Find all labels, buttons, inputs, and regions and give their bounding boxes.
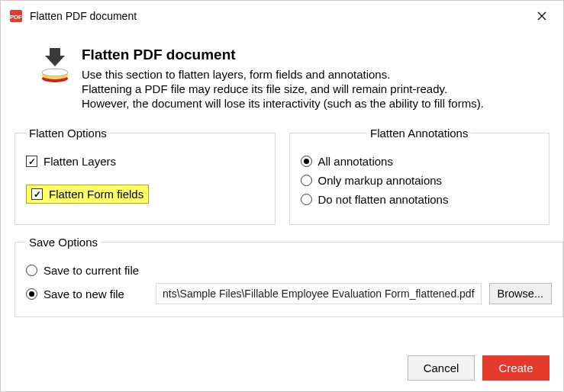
- flatten-icon: [39, 47, 71, 88]
- annotations-none-radio[interactable]: Do not flatten annotations: [301, 193, 539, 206]
- window-title: Flatten PDF document: [30, 10, 137, 22]
- flatten-layers-checkbox[interactable]: Flatten Layers: [26, 155, 264, 168]
- flatten-options-group: Flatten Options Flatten Layers Flatten F…: [15, 127, 276, 225]
- annotations-markup-radio[interactable]: Only markup annotaions: [301, 174, 539, 187]
- flatten-form-fields-checkbox[interactable]: Flatten Form fields: [26, 185, 149, 204]
- radio-icon: [301, 156, 312, 167]
- header-line1: Use this section to flatten layers, form…: [82, 68, 484, 81]
- radio-icon: [301, 175, 312, 186]
- annotations-markup-label: Only markup annotaions: [318, 174, 443, 187]
- save-current-radio[interactable]: Save to current file: [26, 264, 552, 277]
- close-button[interactable]: [528, 5, 556, 27]
- flatten-annotations-group: Flatten Annotations All annotations Only…: [289, 127, 550, 225]
- save-options-group: Save Options Save to current file Save t…: [15, 236, 563, 317]
- create-button[interactable]: Create: [482, 355, 549, 381]
- flatten-layers-label: Flatten Layers: [44, 155, 116, 168]
- flatten-form-fields-label: Flatten Form fields: [49, 188, 143, 201]
- header-line2: Flattening a PDF file may reduce its fil…: [82, 82, 484, 95]
- radio-icon: [26, 265, 37, 276]
- dialog-footer: Cancel Create: [408, 355, 549, 381]
- annotations-all-label: All annotations: [318, 155, 393, 168]
- save-current-label: Save to current file: [44, 264, 139, 277]
- svg-marker-2: [45, 48, 65, 66]
- header-line3: However, the document will lose its inte…: [82, 97, 484, 110]
- flatten-options-legend: Flatten Options: [26, 127, 110, 140]
- save-path-input[interactable]: nts\Sample Files\Fillable Employee Evalu…: [156, 283, 482, 304]
- annotations-none-label: Do not flatten annotations: [318, 193, 449, 206]
- save-new-radio[interactable]: Save to new file: [26, 288, 148, 300]
- cancel-button[interactable]: Cancel: [408, 355, 475, 381]
- save-new-label: Save to new file: [44, 288, 124, 300]
- header-title: Flatten PDF document: [82, 47, 484, 63]
- flatten-annotations-legend: Flatten Annotations: [367, 127, 471, 140]
- app-pdf-icon: PDF: [8, 8, 24, 24]
- checkbox-icon: [31, 188, 43, 200]
- save-options-legend: Save Options: [26, 236, 101, 249]
- browse-button[interactable]: Browse...: [489, 283, 552, 304]
- svg-text:PDF: PDF: [10, 14, 22, 21]
- radio-icon: [26, 288, 37, 300]
- radio-icon: [301, 194, 312, 205]
- checkbox-icon: [26, 156, 37, 167]
- annotations-all-radio[interactable]: All annotations: [301, 155, 539, 168]
- title-bar: PDF Flatten PDF document: [1, 1, 563, 31]
- dialog-header: Flatten PDF document Use this section to…: [1, 31, 563, 119]
- svg-point-5: [42, 69, 68, 76]
